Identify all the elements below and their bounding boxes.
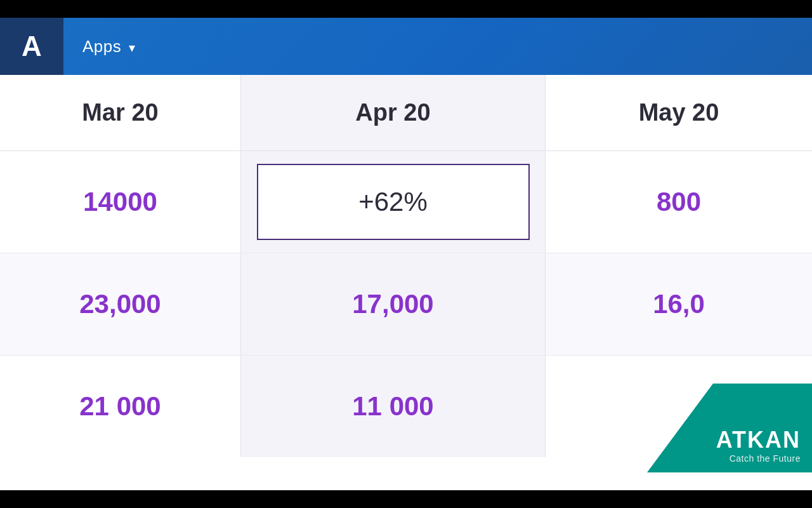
cell-row2-col2: 17,000 xyxy=(241,253,546,355)
cell-row3-col1: 21 000 xyxy=(0,356,241,457)
main-area: A Apps ▾ Mar 20 Apr 20 May 20 14000 xyxy=(0,18,812,490)
highlighted-cell[interactable]: +62% xyxy=(257,164,530,240)
logo-block: A xyxy=(0,18,63,75)
atkan-tagline: Catch the Future xyxy=(730,453,801,464)
header-cell-apr20: Apr 20 xyxy=(241,75,546,150)
apps-label: Apps xyxy=(82,37,121,57)
header-cell-may20: May 20 xyxy=(546,75,812,150)
cell-row1-col1: 14000 xyxy=(0,151,241,253)
chevron-down-icon: ▾ xyxy=(129,40,135,55)
table-header-row: Mar 20 Apr 20 May 20 xyxy=(0,75,812,151)
value-row2-mar20: 23,000 xyxy=(79,289,160,319)
cell-row2-col3: 16,0 xyxy=(546,253,812,355)
atkan-company: ATKAN xyxy=(716,427,801,453)
logo-letter: A xyxy=(22,30,42,62)
cell-row1-col3: 800 xyxy=(546,151,812,253)
value-row3-apr20: 11 000 xyxy=(352,391,433,422)
navbar: A Apps ▾ xyxy=(0,18,812,75)
value-row1-may20: 800 xyxy=(657,187,701,217)
black-bar-top xyxy=(0,0,812,18)
table-row: 14000 +62% 800 xyxy=(0,151,812,253)
table-row: 23,000 17,000 16,0 xyxy=(0,253,812,356)
value-row2-may20: 16,0 xyxy=(653,289,705,319)
cell-row3-col2: 11 000 xyxy=(241,356,546,457)
value-row3-mar20: 21 000 xyxy=(79,391,160,422)
col-header-apr20: Apr 20 xyxy=(355,99,430,126)
value-row2-apr20: 17,000 xyxy=(352,289,433,319)
cell-row1-col2: +62% xyxy=(241,151,546,253)
black-bar-bottom xyxy=(0,490,812,508)
cell-row2-col1: 23,000 xyxy=(0,253,241,355)
header-cell-mar20: Mar 20 xyxy=(0,75,241,150)
value-row1-mar20: 14000 xyxy=(83,187,157,217)
col-header-may20: May 20 xyxy=(639,99,719,126)
nav-apps-area[interactable]: Apps ▾ xyxy=(63,37,135,57)
value-row1-apr20: +62% xyxy=(358,187,428,217)
col-header-mar20: Mar 20 xyxy=(82,99,158,126)
